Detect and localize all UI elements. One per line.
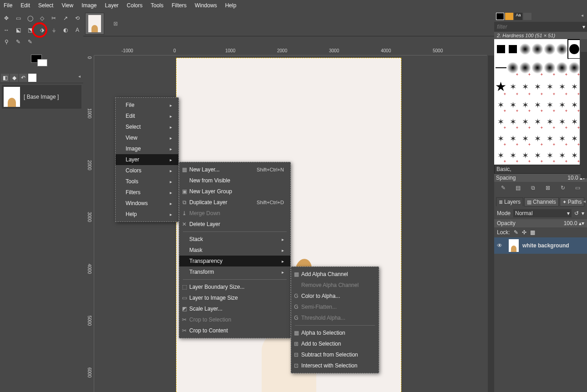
tool-4[interactable]: ✂ (48, 13, 59, 24)
filter-input[interactable] (496, 23, 582, 31)
cm-item[interactable]: Transform▸ (179, 266, 290, 277)
brush-48[interactable]: ✶+ (568, 147, 580, 164)
color-swatches[interactable] (31, 55, 49, 69)
cm-item[interactable]: ▦New Layer...Shift+Ctrl+N (179, 164, 290, 175)
visibility-icon[interactable]: 👁 (497, 242, 505, 249)
brush-31[interactable]: ✶+ (531, 114, 543, 130)
tool-10[interactable]: ⬗ (36, 25, 47, 35)
cm-item[interactable]: Stack▸ (179, 234, 290, 245)
menu-select[interactable]: Select (38, 2, 53, 9)
brush-15[interactable]: ✶+ (507, 77, 519, 96)
brush-35[interactable]: ✶+ (495, 131, 506, 147)
tool-14[interactable]: ⚲ (1, 36, 12, 47)
cm-view[interactable]: View▸ (116, 132, 178, 143)
tab-icon[interactable]: ◧ (1, 74, 9, 82)
cm-item[interactable]: ▦Alpha to Selection (291, 327, 379, 338)
collapse-icon[interactable]: ◂ (78, 74, 81, 82)
cm-edit[interactable]: Edit▸ (116, 111, 178, 121)
open-brush-icon[interactable]: ▭ (574, 184, 582, 192)
brush-2[interactable] (519, 40, 531, 58)
dropdown-icon[interactable]: ▾ (582, 24, 585, 30)
tool-12[interactable]: ◐ (60, 25, 71, 35)
menu-view[interactable]: View (61, 2, 73, 9)
brush-29[interactable]: ✶+ (507, 114, 519, 130)
tool-1[interactable]: ▭ (13, 13, 24, 24)
brush-7[interactable] (495, 59, 506, 77)
tool-7[interactable]: ↔ (1, 25, 12, 35)
brush-11[interactable]: + (544, 59, 556, 77)
lock-pixel-icon[interactable]: ✎ (514, 229, 518, 236)
brush-23[interactable]: ✶+ (519, 97, 531, 113)
cm-help[interactable]: Help▸ (116, 209, 178, 220)
cm-filters[interactable]: Filters▸ (116, 187, 178, 198)
brush-38[interactable]: ✶+ (531, 131, 543, 147)
brush-3[interactable] (531, 40, 543, 58)
brush-preset[interactable]: Basic,▾ (494, 165, 587, 174)
cm-item[interactable]: Transparency▸ (179, 256, 290, 266)
cm-item[interactable]: ▣New Layer Group (179, 186, 290, 197)
brush-0[interactable] (495, 40, 506, 58)
mode-select[interactable]: Normal▾ (513, 209, 572, 217)
brush-37[interactable]: ✶+ (519, 131, 531, 147)
brush-33[interactable]: ✶+ (556, 114, 568, 130)
cm-item[interactable]: ✂Crop to Content (179, 325, 290, 336)
brush-16[interactable]: ✶+ (519, 77, 531, 96)
cm-item[interactable]: GColor to Alpha... (291, 291, 379, 302)
brush-6[interactable] (568, 40, 580, 58)
tab-layers[interactable]: ≣ Layers (496, 197, 523, 206)
cm-item[interactable]: ⊟Subtract from Selection (291, 349, 379, 360)
tool-11[interactable]: ⏚ (48, 25, 59, 35)
dup-brush-icon[interactable]: ⧉ (529, 184, 537, 192)
collapse-icon[interactable]: ◂ (583, 199, 586, 208)
collapse-icon[interactable]: ◂ (581, 13, 583, 20)
brush-47[interactable]: ✶+ (556, 147, 568, 164)
menu-edit[interactable]: Edit (20, 2, 30, 9)
menu-file[interactable]: File (4, 2, 12, 9)
brush-40[interactable]: ✶+ (556, 131, 568, 147)
cm-file[interactable]: File▸ (116, 100, 178, 111)
tab-icon[interactable]: ↶ (19, 74, 27, 82)
tool-15[interactable]: ✎ (13, 36, 24, 47)
tab-images[interactable] (28, 74, 36, 82)
tab-patterns-icon[interactable] (505, 13, 513, 20)
cm-item[interactable]: ▦Add Alpha Channel (291, 269, 379, 280)
brush-27[interactable]: ✶+ (568, 97, 580, 113)
scrollbar-vertical[interactable] (488, 55, 494, 392)
brush-46[interactable]: ✶+ (544, 147, 556, 164)
brush-32[interactable]: ✶+ (544, 114, 556, 130)
brush-42[interactable]: ✶+ (495, 147, 506, 164)
brush-22[interactable]: ✶+ (507, 97, 519, 113)
cm-item[interactable]: ⬚Layer Boundary Size... (179, 281, 290, 292)
cm-item[interactable]: ◩Scale Layer... (179, 303, 290, 314)
brush-8[interactable]: + (507, 59, 519, 77)
cm-image[interactable]: Image▸ (116, 143, 178, 154)
tab-fonts-icon[interactable]: Aa (514, 13, 522, 20)
tab-paths[interactable]: ✦ Paths (560, 197, 585, 206)
brush-10[interactable]: + (531, 59, 543, 77)
tab-icon[interactable]: ◆ (10, 74, 18, 82)
cm-item[interactable]: New from Visible (179, 175, 290, 186)
new-brush-icon[interactable]: ▤ (514, 184, 522, 192)
menu-image[interactable]: Image (81, 2, 96, 9)
tool-9[interactable]: ⬔ (25, 25, 35, 35)
cm-item[interactable]: ⊞Add to Selection (291, 338, 379, 349)
tab-history-icon[interactable] (523, 13, 531, 20)
cm-tools[interactable]: Tools▸ (116, 176, 178, 187)
tab-channels[interactable]: ▥ Channels (524, 197, 559, 206)
refresh-brush-icon[interactable]: ↻ (559, 184, 567, 192)
brush-24[interactable]: ✶+ (531, 97, 543, 113)
tool-8[interactable]: ⬕ (13, 25, 24, 35)
tab-brushes-icon[interactable] (496, 13, 504, 20)
doc-tab[interactable] (85, 13, 104, 35)
del-brush-icon[interactable]: ⊠ (544, 184, 552, 192)
brush-1[interactable] (507, 40, 519, 58)
brush-4[interactable] (544, 40, 556, 58)
opacity-row[interactable]: Opacity100.0 ▴▾ (494, 219, 587, 227)
menu-tools[interactable]: Tools (151, 2, 163, 9)
cm-item[interactable]: ⧉Duplicate LayerShift+Ctrl+D (179, 197, 290, 208)
brush-43[interactable]: ✶+ (507, 147, 519, 164)
cm-colors[interactable]: Colors▸ (116, 165, 178, 176)
brush-30[interactable]: ✶+ (519, 114, 531, 130)
cm-item[interactable]: ⊡Intersect with Selection (291, 360, 379, 371)
brush-21[interactable]: ✶+ (495, 97, 506, 113)
